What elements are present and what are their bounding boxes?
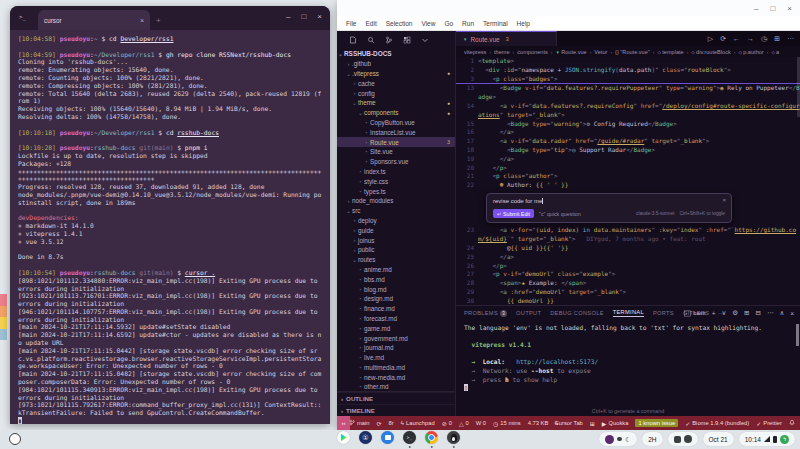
timeline-icon[interactable]: ◷ bbox=[761, 35, 767, 43]
menu-edit[interactable]: Edit bbox=[365, 20, 376, 27]
tree-item-blog-md[interactable]: ▪blog.md bbox=[337, 284, 455, 294]
shell-selector[interactable]: bash bbox=[684, 310, 705, 317]
status-area[interactable]: 10:14 ϟ bbox=[739, 432, 795, 446]
menu-go[interactable]: Go bbox=[444, 20, 453, 27]
tree-item-government-md[interactable]: ▪government.md bbox=[337, 333, 455, 343]
tree-item--vitepress[interactable]: ⌄.vitepress● bbox=[337, 69, 455, 79]
dropdown-icon[interactable]: ∨ bbox=[721, 309, 726, 317]
run-icon[interactable]: ▷ bbox=[708, 35, 713, 43]
breadcrumb-item[interactable]: ◇ div.routeBlock bbox=[691, 49, 730, 55]
tree-item-anime-md[interactable]: ▪anime.md bbox=[337, 265, 455, 275]
tree-item-config[interactable]: ›config bbox=[337, 88, 455, 98]
close-icon[interactable]: × bbox=[722, 197, 726, 203]
tree-item-route-vue[interactable]: ▪Route.vue3 bbox=[337, 137, 455, 147]
menu-file[interactable]: File bbox=[346, 20, 356, 27]
panel-tab-output[interactable]: OUTPUT bbox=[516, 310, 541, 316]
source-control-icon[interactable] bbox=[385, 36, 393, 44]
date-pill[interactable]: Oct 21 bbox=[703, 432, 734, 446]
panel-tab-debug-console[interactable]: DEBUG CONSOLE bbox=[550, 310, 604, 316]
open-changes-icon[interactable]: ⟳ bbox=[720, 35, 726, 43]
tree-item-instancelist-vue[interactable]: ▪InstanceList.vue bbox=[337, 127, 455, 137]
tree-item-cache[interactable]: ›cache bbox=[337, 78, 455, 88]
quick-question-button[interactable]: "c" quick question bbox=[539, 211, 581, 217]
new-terminal-icon[interactable]: + bbox=[712, 310, 716, 317]
tree-item-deploy[interactable]: ›deploy bbox=[337, 216, 455, 226]
breadcrumb-item[interactable]: ◇ p.author bbox=[738, 49, 763, 55]
close-icon[interactable]: × bbox=[787, 4, 792, 13]
tree-item-design-md[interactable]: ▪design.md bbox=[337, 294, 455, 304]
tree-item-finance-md[interactable]: ▪finance.md bbox=[337, 304, 455, 314]
maximize-panel-icon[interactable]: ∧ bbox=[779, 309, 784, 317]
terminal-tab-close-icon[interactable]: × bbox=[140, 17, 144, 24]
quokka-item[interactable]: ▶Quokka bbox=[602, 420, 629, 427]
tree-item-bbs-md[interactable]: ▪bbs.md bbox=[337, 274, 455, 284]
chrome-icon[interactable] bbox=[424, 431, 439, 448]
code-editor[interactable]: 1<template>2 <div :id="namespace + JSON.… bbox=[456, 57, 800, 305]
maximize-icon[interactable]: □ bbox=[770, 4, 775, 13]
wakatime-item[interactable]: ◷15 mins bbox=[493, 420, 521, 427]
tree-item-journal-md[interactable]: ▪journal.md bbox=[337, 343, 455, 353]
tree-item-joinus[interactable]: ›joinus bbox=[337, 235, 455, 245]
breadcrumb-item[interactable]: ◇ a bbox=[771, 49, 779, 55]
menu-terminal[interactable]: Terminal bbox=[483, 20, 508, 27]
tree-item-multimedia-md[interactable]: ▪multimedia.md bbox=[337, 363, 455, 373]
inline-ai-chat[interactable]: × revise code for me ↵ Submit Edit "c" q… bbox=[486, 193, 732, 223]
ai-prompt-input[interactable]: revise code for me bbox=[493, 198, 725, 204]
timeline-panel-header[interactable]: ›TIMELINE bbox=[337, 404, 455, 416]
close-panel-icon[interactable]: × bbox=[790, 310, 794, 317]
panel-tab-problems[interactable]: PROBLEMS3 bbox=[464, 310, 507, 317]
errors-item[interactable]: ⊘0 bbox=[442, 420, 452, 427]
more-icon[interactable]: ⋯ bbox=[767, 309, 774, 317]
tree-item-new-media-md[interactable]: ▪new-media.md bbox=[337, 372, 455, 382]
menu-view[interactable]: View bbox=[421, 20, 435, 27]
maximize-icon[interactable]: □ bbox=[301, 12, 306, 21]
notifications-item[interactable] bbox=[789, 419, 795, 427]
split-panel-icon[interactable]: ⊞ bbox=[744, 309, 749, 317]
tree-item-site-vue[interactable]: ▪Site.vue bbox=[337, 147, 455, 157]
prettier-item[interactable]: ✓Prettier bbox=[756, 420, 782, 427]
launchpad-item[interactable]: ϟLaunchpad bbox=[401, 420, 435, 426]
tree-item-components[interactable]: ⌄components● bbox=[337, 108, 455, 118]
breadcrumb[interactable]: vitepress›theme›components›▼ Route.vue›V… bbox=[456, 46, 800, 57]
linux-penguin-icon[interactable] bbox=[446, 431, 461, 448]
layout-item[interactable]: ⊞ bbox=[590, 420, 595, 427]
tree-item-routes[interactable]: ⌄routes bbox=[337, 255, 455, 265]
settings-icon[interactable]: ⚙ bbox=[732, 309, 738, 317]
back-icon[interactable]: ← bbox=[733, 35, 740, 42]
breadcrumb-item[interactable]: components bbox=[517, 49, 547, 55]
tree-item-guide[interactable]: ›guide bbox=[337, 225, 455, 235]
tree-item-types-ts[interactable]: ▪types.ts bbox=[337, 186, 455, 196]
outline-panel-header[interactable]: ›OUTLINE bbox=[337, 392, 455, 404]
tree-item-game-md[interactable]: ▪game.md bbox=[337, 323, 455, 333]
breadcrumb-item[interactable]: vitepress bbox=[464, 49, 486, 55]
tray-apps-pill[interactable] bbox=[668, 432, 698, 446]
split-editor-icon[interactable]: ⊞ bbox=[774, 35, 780, 43]
tree-item-public[interactable]: ›public bbox=[337, 245, 455, 255]
notification-pill[interactable]: ☾ bbox=[599, 432, 637, 446]
tree-item-copybutton-vue[interactable]: ▪CopyButton.vue bbox=[337, 118, 455, 128]
panel-tab-ports[interactable]: PORTS bbox=[653, 310, 674, 316]
tree-item-sponsors-vue[interactable]: ▪Sponsors.vue bbox=[337, 157, 455, 167]
minimize-icon[interactable]: – bbox=[286, 12, 290, 21]
model-selector[interactable]: claude-3.5-sonnet bbox=[636, 211, 674, 216]
biome-item[interactable]: ✓Biome 1.9.4 (bundled) bbox=[685, 420, 749, 427]
breadcrumb-item[interactable]: ◇ template bbox=[658, 49, 684, 55]
files-icon[interactable] bbox=[349, 36, 357, 44]
tree-root[interactable]: ⌄RSSHUB-DOCS bbox=[337, 49, 455, 59]
cursor-tab-item[interactable]: Cursor Tab bbox=[555, 420, 583, 426]
tree-item--github[interactable]: ›.github bbox=[337, 59, 455, 69]
kill-terminal-icon[interactable]: ⊟ bbox=[755, 309, 760, 317]
git-sync-item[interactable]: ⟳ bbox=[377, 420, 382, 427]
minimize-icon[interactable]: – bbox=[754, 4, 758, 13]
tree-item-forecast-md[interactable]: ▪forecast.md bbox=[337, 314, 455, 324]
close-icon[interactable]: × bbox=[317, 12, 322, 21]
status-misc-item[interactable]: 8r bbox=[389, 420, 394, 426]
crostini-terminal-icon[interactable]: >_ bbox=[402, 431, 417, 448]
tree-item-theme[interactable]: ⌄theme● bbox=[337, 98, 455, 108]
menu-run[interactable]: Run bbox=[462, 20, 474, 27]
warnings-item[interactable]: △0 bbox=[459, 420, 469, 427]
new-tab-icon[interactable]: + bbox=[156, 16, 161, 25]
known-issue-item[interactable]: 1 known issue bbox=[635, 419, 678, 427]
search-icon[interactable] bbox=[367, 36, 375, 44]
launcher-icon[interactable] bbox=[9, 433, 21, 445]
